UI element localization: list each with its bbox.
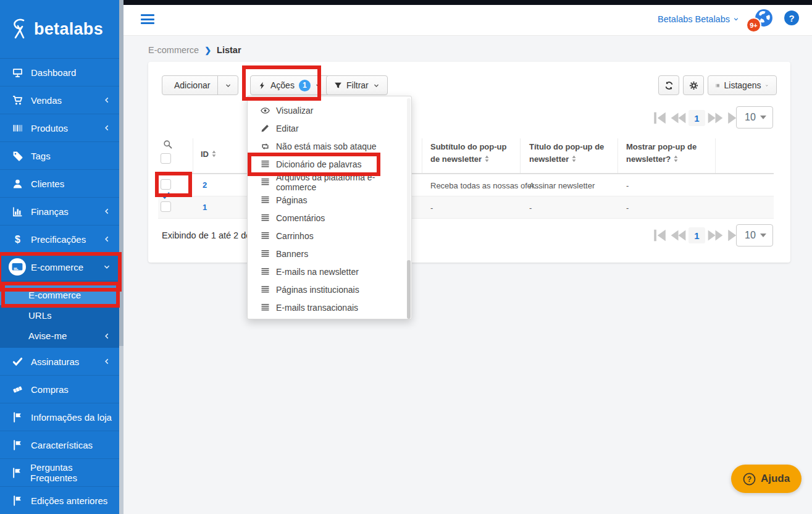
previous-page-button[interactable] (670, 227, 687, 243)
add-button[interactable]: Adicionar (162, 75, 218, 95)
sidebar-item-dashboard[interactable]: Dashboard (0, 59, 119, 86)
sidebar-item-produtos[interactable]: Produtos (0, 114, 119, 142)
column-header-id[interactable]: ID (201, 148, 217, 161)
actions-button[interactable]: Ações 1 (250, 75, 330, 95)
check-icon (161, 191, 170, 200)
account-dropdown[interactable]: Betalabs Betalabs (658, 14, 739, 24)
page-size-select[interactable]: 10 (736, 106, 773, 128)
flag-icon (12, 495, 23, 506)
current-page-button[interactable]: 1 (689, 110, 705, 126)
menu-item-paginas[interactable]: Páginas (248, 191, 411, 209)
sidebar-item-precificacoes[interactable]: $ Precificações (0, 225, 119, 253)
menu-item-comentarios[interactable]: Comentários (248, 209, 411, 227)
sidebar-item-informacoes-da-loja[interactable]: Informações da loja (0, 403, 119, 431)
settings-button[interactable] (683, 75, 704, 95)
notification-badge: 9+ (746, 17, 761, 33)
sidebar-item-label: Precificações (31, 234, 86, 245)
menu-item-emails-na-newsletter[interactable]: E-mails na newsletter (248, 263, 411, 280)
svg-text:$: $ (15, 234, 20, 245)
row-id-link[interactable]: 2 (203, 180, 207, 190)
breadcrumb-page: Listar (217, 45, 241, 55)
select-caret-icon (760, 116, 766, 119)
search-icon[interactable] (163, 140, 172, 149)
sidebar-item-perguntas-frequentes[interactable]: Perguntas Frequentes (0, 459, 119, 487)
sidebar-item-financas[interactable]: Finanças (0, 198, 119, 225)
sidebar-item-assinaturas[interactable]: Assinaturas (0, 348, 119, 376)
menu-item-carrinhos[interactable]: Carrinhos (248, 227, 411, 245)
logo-text: betalabs (34, 20, 103, 39)
sidebar-item-compras[interactable]: Compras (0, 376, 119, 403)
submenu-item-label: Avise-me (28, 331, 67, 341)
align-justify-icon (261, 195, 270, 204)
chart-icon (12, 206, 23, 217)
submenu-item-avise-me[interactable]: Avise-me (0, 326, 119, 346)
current-page-button[interactable]: 1 (689, 227, 705, 243)
row-id-link[interactable]: 1 (203, 203, 207, 212)
next-page-button[interactable] (707, 110, 724, 126)
refresh-icon (664, 81, 674, 90)
records-status-text: Exibindo de 1 até 2 de 2 (162, 230, 258, 240)
filter-button[interactable]: Filtrar (326, 75, 388, 95)
menu-item-dicionario-de-palavras[interactable]: Dicionário de palavras (248, 155, 411, 173)
column-header-title[interactable]: Título do pop-up de newsletter (529, 141, 607, 165)
row-title-cell: Assinar newsletter (529, 181, 595, 190)
submenu-item-label: URLs (28, 310, 52, 321)
column-header-subtitle[interactable]: Subtítulo do pop-up de newsletter (430, 141, 516, 165)
refresh-button[interactable] (658, 75, 679, 95)
sidebar-item-vendas[interactable]: Vendas (0, 86, 119, 114)
next-page-button[interactable] (707, 227, 724, 243)
select-all-checkbox[interactable] (161, 153, 171, 164)
first-page-button[interactable] (651, 110, 668, 126)
sidebar-item-label: Vendas (31, 95, 62, 106)
submenu-item-label: E-commerce (28, 290, 81, 300)
help-icon[interactable]: ? (784, 11, 799, 25)
flag-icon (12, 440, 23, 450)
ticket-icon (12, 384, 23, 395)
chevron-left-icon (103, 124, 111, 132)
logo[interactable]: betalabs (0, 0, 123, 59)
page-size-select[interactable]: 10 (736, 224, 773, 246)
previous-page-button[interactable] (670, 110, 687, 126)
sidebar-item-ecommerce[interactable]: E-commerce (0, 253, 119, 281)
sidebar-item-tags[interactable]: Tags (0, 142, 119, 170)
submenu-item-urls[interactable]: URLs (0, 305, 119, 326)
hamburger-menu-icon[interactable] (141, 14, 154, 25)
chevron-down-icon (733, 16, 739, 22)
select-caret-icon (760, 234, 766, 237)
submenu-item-ecommerce[interactable]: E-commerce (0, 285, 119, 305)
list-icon (716, 82, 720, 90)
column-divider (193, 138, 193, 173)
list-card: Adicionar Ações 1 Filtrar Listagens (148, 62, 790, 263)
chevron-left-icon (103, 332, 111, 340)
align-justify-icon (261, 213, 270, 222)
row-checkbox-checked[interactable] (161, 179, 171, 190)
sidebar-item-label: Perguntas Frequentes (30, 462, 119, 483)
add-dropdown-caret-button[interactable] (217, 75, 238, 95)
menu-item-visualizar[interactable]: Visualizar (248, 101, 411, 119)
align-justify-icon (261, 285, 270, 294)
menu-item-banners[interactable]: Banners (248, 245, 411, 263)
menu-item-editar[interactable]: Editar (248, 119, 411, 137)
first-page-button[interactable] (651, 227, 668, 243)
row-checkbox[interactable] (161, 201, 171, 212)
desktop-icon (12, 67, 23, 78)
menu-scrollbar-thumb[interactable] (407, 260, 411, 319)
sidebar-item-label: Finanças (31, 206, 69, 217)
listings-button[interactable]: Listagens (708, 75, 777, 95)
menu-item-paginas-institucionais[interactable]: Páginas institucionais (248, 280, 411, 298)
help-fab-button[interactable]: ? Ajuda (731, 465, 802, 493)
sidebar-item-edicoes-anteriores[interactable]: Edições anteriores (0, 487, 119, 514)
column-divider (422, 138, 422, 173)
row-show-cell: - (626, 203, 629, 213)
breadcrumb-section[interactable]: E-commerce (148, 45, 199, 55)
menu-item-arquivos-da-plataforma[interactable]: Arquivos da plataforma e-commerce (248, 173, 411, 191)
sidebar-scrollbar[interactable] (119, 0, 123, 514)
sidebar-item-clientes[interactable]: Clientes (0, 170, 119, 198)
sidebar-item-caracteristicas[interactable]: Características (0, 431, 119, 459)
menu-item-emails-transacionais[interactable]: E-mails transacionais (248, 298, 411, 316)
column-header-show[interactable]: Mostrar pop-up de newsletter? (626, 141, 705, 165)
notifications-globe-icon[interactable]: 9+ (755, 9, 773, 27)
sidebar-item-label: Características (31, 440, 93, 450)
sort-icon (211, 150, 217, 158)
menu-item-nao-esta-mais-sob-ataque[interactable]: Não está mais sob ataque (248, 137, 411, 155)
